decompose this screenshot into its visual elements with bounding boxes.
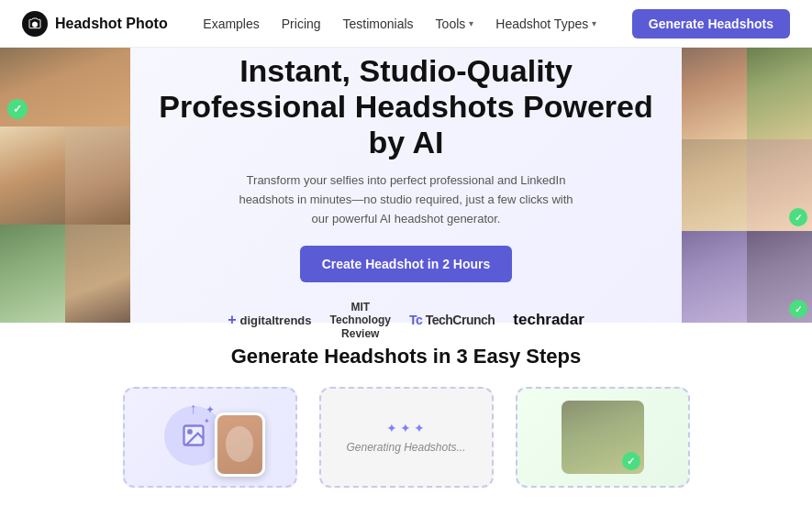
hero-photo-man-3 [682,139,747,231]
generating-stars: ✦ ✦ ✦ [386,421,425,435]
navbar: Headshot Photo Examples Pricing Testimon… [0,0,812,48]
nav-pricing[interactable]: Pricing [282,16,321,31]
press-logos: + digitaltrends MITTechnologyReview Tc T… [228,301,584,340]
nav-examples[interactable]: Examples [203,16,259,31]
hero-section: ✓ The #1 AI Headshot Generator for Profe… [0,48,812,323]
check-badge-1: ✓ [7,99,28,119]
upload-arrow: ↑ [190,401,197,417]
right-photo-grid: ✓ ✓ [682,48,812,323]
hero-center: The #1 AI Headshot Generator for Profess… [130,48,682,323]
press-techradar: techradar [513,311,584,329]
step-3-photo: ✓ [562,401,644,474]
left-photo-grid: ✓ [0,48,130,323]
hero-photo-man-1 [682,48,747,139]
hero-cta-button[interactable]: Create Headshot in 2 Hours [300,246,513,282]
hero-subtitle: Transform your selfies into perfect prof… [232,171,581,228]
hero-photo-woman-5 [65,225,130,323]
logo-text: Headshot Photo [55,16,168,32]
nav-headshot-types[interactable]: Headshot Types ▾ [495,16,596,31]
generate-headshots-button[interactable]: Generate Headshots [632,9,790,38]
selfie-thumbnail [215,412,265,477]
hero-photo-woman-4 [65,126,130,225]
hero-title: Instant, Studio-Quality Professional Hea… [158,53,654,160]
steps-row: ↑ ✦ ✦ ✦ ✦ ✦ Gene [37,387,775,488]
press-techcrunch: Tc TechCrunch [409,313,495,327]
nav-links: Examples Pricing Testimonials Tools ▾ He… [203,16,596,31]
steps-title: Generate Headshots in 3 Easy Steps [37,345,775,368]
sparkle-icon-2: ✦ [204,417,210,425]
logo-icon [22,11,48,37]
generating-label: Generating Headshots... [346,441,465,454]
step-2-card: ✦ ✦ ✦ Generating Headshots... [319,387,494,488]
logo[interactable]: Headshot Photo [22,11,168,37]
check-badge-right-1: ✓ [789,208,807,226]
step-1-card: ↑ ✦ ✦ [123,387,297,488]
tools-chevron: ▾ [469,18,473,28]
steps-section: Generate Headshots in 3 Easy Steps ↑ [0,323,812,506]
svg-point-3 [188,430,192,434]
check-badge-right-2: ✓ [789,300,807,318]
hero-photo-man-2 [747,48,812,139]
hero-photo-man-6: ✓ [747,231,812,323]
sparkle-icon: ✦ [206,403,215,416]
headshot-types-chevron: ▾ [592,18,596,28]
hero-photo-woman-3 [0,225,65,323]
step-3-card: ✓ [516,387,690,488]
right-grid-inner: ✓ ✓ [682,48,812,323]
press-digitaltrends: + digitaltrends [228,312,311,328]
camera-icon [28,16,42,31]
step-1-illustration: ↑ ✦ ✦ [155,399,265,477]
press-mit: MITTechnologyReview [330,301,391,340]
step-2-content: ✦ ✦ ✦ Generating Headshots... [346,421,465,454]
nav-testimonials[interactable]: Testimonials [343,16,414,31]
upload-icon [181,423,206,448]
hero-photo-man-5 [682,231,747,323]
nav-tools[interactable]: Tools ▾ [436,16,474,31]
hero-photo-woman-2 [0,126,65,225]
step-3-check: ✓ [622,452,640,470]
hero-photo-man-4: ✓ [747,139,812,231]
hero-photo-woman-1: ✓ [0,48,130,126]
